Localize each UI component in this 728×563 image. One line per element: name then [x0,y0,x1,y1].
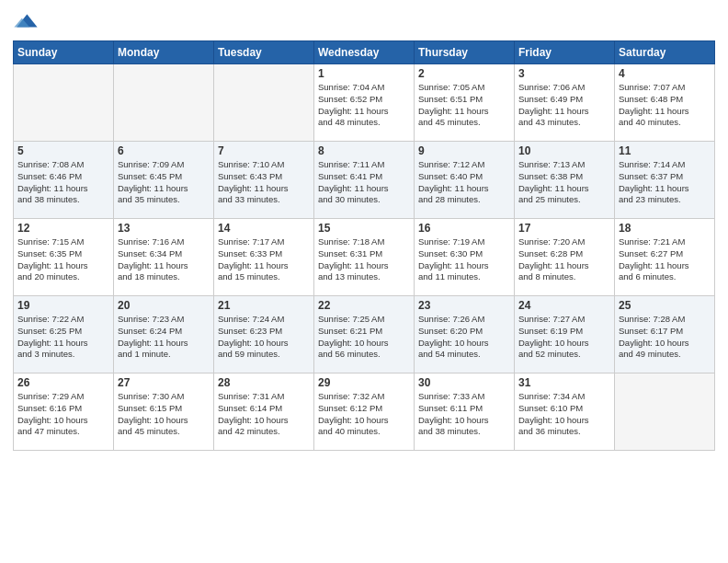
day-info: Sunrise: 7:21 AMSunset: 6:27 PMDaylight:… [619,236,711,283]
col-header-wednesday: Wednesday [314,41,415,64]
day-info: Sunrise: 7:33 AMSunset: 6:11 PMDaylight:… [418,391,510,438]
header [13,9,715,35]
day-info: Sunrise: 7:16 AMSunset: 6:34 PMDaylight:… [118,236,210,283]
day-number: 26 [17,376,109,389]
logo-icon [13,9,39,35]
day-number: 21 [218,299,310,312]
day-cell: 8Sunrise: 7:11 AMSunset: 6:41 PMDaylight… [314,142,415,219]
day-info: Sunrise: 7:26 AMSunset: 6:20 PMDaylight:… [418,314,510,361]
day-info: Sunrise: 7:06 AMSunset: 6:49 PMDaylight:… [518,82,610,129]
day-info: Sunrise: 7:09 AMSunset: 6:45 PMDaylight:… [118,159,210,206]
day-number: 3 [518,67,610,80]
day-info: Sunrise: 7:30 AMSunset: 6:15 PMDaylight:… [118,391,210,438]
day-number: 14 [218,222,310,235]
day-number: 8 [318,144,410,157]
day-cell: 24Sunrise: 7:27 AMSunset: 6:19 PMDayligh… [515,296,615,373]
day-cell: 21Sunrise: 7:24 AMSunset: 6:23 PMDayligh… [214,296,314,373]
logo [13,9,42,35]
day-cell: 16Sunrise: 7:19 AMSunset: 6:30 PMDayligh… [415,219,515,296]
day-cell: 15Sunrise: 7:18 AMSunset: 6:31 PMDayligh… [314,219,415,296]
day-cell: 3Sunrise: 7:06 AMSunset: 6:49 PMDaylight… [515,64,615,142]
day-info: Sunrise: 7:17 AMSunset: 6:33 PMDaylight:… [218,236,310,283]
day-cell: 20Sunrise: 7:23 AMSunset: 6:24 PMDayligh… [114,296,214,373]
day-cell: 9Sunrise: 7:12 AMSunset: 6:40 PMDaylight… [415,142,515,219]
day-number: 7 [218,144,310,157]
day-cell: 22Sunrise: 7:25 AMSunset: 6:21 PMDayligh… [314,296,415,373]
day-cell: 10Sunrise: 7:13 AMSunset: 6:38 PMDayligh… [515,142,615,219]
day-info: Sunrise: 7:29 AMSunset: 6:16 PMDaylight:… [17,391,109,438]
week-row-4: 19Sunrise: 7:22 AMSunset: 6:25 PMDayligh… [14,296,715,373]
day-cell: 29Sunrise: 7:32 AMSunset: 6:12 PMDayligh… [314,373,415,451]
day-cell: 4Sunrise: 7:07 AMSunset: 6:48 PMDaylight… [615,64,715,142]
day-info: Sunrise: 7:20 AMSunset: 6:28 PMDaylight:… [518,236,610,283]
day-info: Sunrise: 7:25 AMSunset: 6:21 PMDaylight:… [318,314,410,361]
header-row: SundayMondayTuesdayWednesdayThursdayFrid… [14,41,715,64]
day-number: 27 [118,376,210,389]
day-cell: 27Sunrise: 7:30 AMSunset: 6:15 PMDayligh… [114,373,214,451]
day-number: 18 [619,222,711,235]
day-number: 5 [17,144,109,157]
day-info: Sunrise: 7:14 AMSunset: 6:37 PMDaylight:… [619,159,711,206]
col-header-monday: Monday [114,41,214,64]
day-cell: 11Sunrise: 7:14 AMSunset: 6:37 PMDayligh… [615,142,715,219]
week-row-2: 5Sunrise: 7:08 AMSunset: 6:46 PMDaylight… [14,142,715,219]
day-cell: 26Sunrise: 7:29 AMSunset: 6:16 PMDayligh… [14,373,114,451]
day-cell [214,64,314,142]
day-info: Sunrise: 7:08 AMSunset: 6:46 PMDaylight:… [17,159,109,206]
day-cell: 17Sunrise: 7:20 AMSunset: 6:28 PMDayligh… [515,219,615,296]
day-info: Sunrise: 7:15 AMSunset: 6:35 PMDaylight:… [17,236,109,283]
day-number: 28 [218,376,310,389]
day-number: 12 [17,222,109,235]
day-number: 1 [318,67,410,80]
col-header-saturday: Saturday [615,41,715,64]
day-info: Sunrise: 7:19 AMSunset: 6:30 PMDaylight:… [418,236,510,283]
week-row-3: 12Sunrise: 7:15 AMSunset: 6:35 PMDayligh… [14,219,715,296]
day-number: 6 [118,144,210,157]
col-header-friday: Friday [515,41,615,64]
day-cell: 6Sunrise: 7:09 AMSunset: 6:45 PMDaylight… [114,142,214,219]
col-header-thursday: Thursday [415,41,515,64]
day-cell: 12Sunrise: 7:15 AMSunset: 6:35 PMDayligh… [14,219,114,296]
day-info: Sunrise: 7:07 AMSunset: 6:48 PMDaylight:… [619,82,711,129]
day-info: Sunrise: 7:11 AMSunset: 6:41 PMDaylight:… [318,159,410,206]
day-cell: 30Sunrise: 7:33 AMSunset: 6:11 PMDayligh… [415,373,515,451]
day-info: Sunrise: 7:13 AMSunset: 6:38 PMDaylight:… [518,159,610,206]
day-number: 19 [17,299,109,312]
day-number: 20 [118,299,210,312]
day-number: 31 [518,376,610,389]
day-info: Sunrise: 7:10 AMSunset: 6:43 PMDaylight:… [218,159,310,206]
page: SundayMondayTuesdayWednesdayThursdayFrid… [0,0,728,563]
day-cell: 5Sunrise: 7:08 AMSunset: 6:46 PMDaylight… [14,142,114,219]
day-number: 23 [418,299,510,312]
day-number: 22 [318,299,410,312]
day-number: 16 [418,222,510,235]
day-number: 15 [318,222,410,235]
day-cell: 18Sunrise: 7:21 AMSunset: 6:27 PMDayligh… [615,219,715,296]
day-info: Sunrise: 7:04 AMSunset: 6:52 PMDaylight:… [318,82,410,129]
day-info: Sunrise: 7:12 AMSunset: 6:40 PMDaylight:… [418,159,510,206]
day-cell: 25Sunrise: 7:28 AMSunset: 6:17 PMDayligh… [615,296,715,373]
day-cell: 13Sunrise: 7:16 AMSunset: 6:34 PMDayligh… [114,219,214,296]
day-info: Sunrise: 7:34 AMSunset: 6:10 PMDaylight:… [518,391,610,438]
week-row-5: 26Sunrise: 7:29 AMSunset: 6:16 PMDayligh… [14,373,715,451]
day-number: 29 [318,376,410,389]
day-cell: 19Sunrise: 7:22 AMSunset: 6:25 PMDayligh… [14,296,114,373]
day-number: 25 [619,299,711,312]
col-header-tuesday: Tuesday [214,41,314,64]
week-row-1: 1Sunrise: 7:04 AMSunset: 6:52 PMDaylight… [14,64,715,142]
day-info: Sunrise: 7:24 AMSunset: 6:23 PMDaylight:… [218,314,310,361]
day-cell: 31Sunrise: 7:34 AMSunset: 6:10 PMDayligh… [515,373,615,451]
day-cell: 2Sunrise: 7:05 AMSunset: 6:51 PMDaylight… [415,64,515,142]
day-info: Sunrise: 7:31 AMSunset: 6:14 PMDaylight:… [218,391,310,438]
day-info: Sunrise: 7:32 AMSunset: 6:12 PMDaylight:… [318,391,410,438]
calendar: SundayMondayTuesdayWednesdayThursdayFrid… [13,40,715,451]
day-number: 30 [418,376,510,389]
day-cell [14,64,114,142]
day-number: 2 [418,67,510,80]
day-info: Sunrise: 7:28 AMSunset: 6:17 PMDaylight:… [619,314,711,361]
day-number: 24 [518,299,610,312]
day-cell: 28Sunrise: 7:31 AMSunset: 6:14 PMDayligh… [214,373,314,451]
day-info: Sunrise: 7:05 AMSunset: 6:51 PMDaylight:… [418,82,510,129]
day-cell [114,64,214,142]
day-info: Sunrise: 7:23 AMSunset: 6:24 PMDaylight:… [118,314,210,361]
